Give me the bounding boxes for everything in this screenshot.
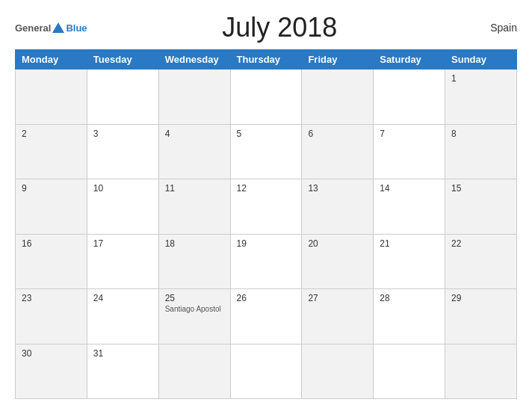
day-cell-w1-d6: 8: [445, 124, 517, 179]
day-cell-w4-d3: 26: [230, 289, 302, 344]
day-number: 15: [451, 183, 510, 194]
day-cell-w0-d0: [16, 69, 87, 125]
week-row-4: 232425Santiago Apostol26272829: [16, 289, 517, 344]
day-cell-w3-d6: 22: [445, 234, 517, 289]
week-row-3: 16171819202122: [16, 234, 517, 289]
day-number: 30: [22, 348, 81, 359]
day-cell-w5-d1: 31: [87, 344, 158, 399]
header: General Blue July 2018 Spain: [15, 12, 517, 43]
header-saturday: Saturday: [374, 50, 445, 69]
country-label: Spain: [472, 22, 517, 34]
day-cell-w1-d0: 2: [16, 124, 87, 179]
day-number: 17: [93, 238, 152, 249]
header-friday: Friday: [302, 50, 374, 69]
day-number: 1: [451, 73, 510, 84]
day-cell-w4-d2: 25Santiago Apostol: [158, 289, 230, 344]
day-cell-w2-d3: 12: [230, 179, 302, 235]
day-number: 20: [308, 238, 367, 249]
day-number: 19: [237, 238, 296, 249]
day-number: 23: [22, 293, 81, 303]
day-cell-w4-d6: 29: [445, 289, 517, 344]
day-number: 26: [237, 293, 296, 303]
week-row-5: 3031: [16, 344, 517, 399]
day-number: 2: [22, 129, 81, 139]
day-number: 27: [308, 293, 367, 303]
day-cell-w0-d4: [302, 69, 374, 125]
day-number: 16: [22, 238, 81, 249]
day-event: Santiago Apostol: [165, 305, 221, 313]
day-number: 3: [93, 129, 152, 139]
day-number: 13: [308, 183, 367, 194]
week-row-2: 9101112131415: [16, 179, 517, 235]
day-cell-w0-d3: [230, 69, 302, 125]
header-tuesday: Tuesday: [87, 50, 158, 69]
day-cell-w5-d4: [302, 344, 374, 399]
day-number: 11: [165, 183, 224, 194]
day-cell-w3-d5: 21: [374, 234, 445, 289]
day-number: 8: [451, 129, 510, 139]
day-cell-w5-d6: [445, 344, 517, 399]
day-cell-w2-d4: 13: [302, 179, 374, 235]
logo: General Blue: [15, 22, 87, 34]
header-thursday: Thursday: [230, 50, 302, 69]
header-sunday: Sunday: [445, 50, 517, 69]
day-number: 9: [22, 183, 81, 194]
day-cell-w2-d6: 15: [445, 179, 517, 235]
logo-blue-text: Blue: [66, 22, 87, 34]
day-number: 29: [451, 293, 510, 303]
day-cell-w2-d0: 9: [16, 179, 87, 235]
day-cell-w5-d3: [230, 344, 302, 399]
calendar-table: Monday Tuesday Wednesday Thursday Friday…: [15, 49, 517, 399]
day-cell-w0-d5: [374, 69, 445, 125]
weekday-header-row: Monday Tuesday Wednesday Thursday Friday…: [16, 50, 517, 69]
calendar-title: July 2018: [87, 12, 472, 43]
day-cell-w4-d4: 27: [302, 289, 374, 344]
day-cell-w4-d1: 24: [87, 289, 158, 344]
day-number: 22: [451, 238, 510, 249]
day-cell-w3-d1: 17: [87, 234, 158, 289]
day-cell-w3-d2: 18: [158, 234, 230, 289]
day-cell-w1-d5: 7: [374, 124, 445, 179]
day-cell-w5-d5: [374, 344, 445, 399]
day-number: 10: [93, 183, 152, 194]
day-number: 21: [380, 238, 439, 249]
day-cell-w2-d1: 10: [87, 179, 158, 235]
day-cell-w2-d2: 11: [158, 179, 230, 235]
day-number: 25: [165, 293, 224, 303]
day-number: 7: [380, 129, 439, 139]
header-monday: Monday: [16, 50, 87, 69]
day-cell-w3-d0: 16: [16, 234, 87, 289]
week-row-1: 2345678: [16, 124, 517, 179]
day-cell-w1-d2: 4: [158, 124, 230, 179]
header-wednesday: Wednesday: [158, 50, 230, 69]
day-number: 31: [93, 348, 152, 359]
day-cell-w3-d4: 20: [302, 234, 374, 289]
week-row-0: 1: [16, 69, 517, 125]
day-number: 4: [165, 129, 224, 139]
day-number: 12: [237, 183, 296, 194]
day-cell-w2-d5: 14: [374, 179, 445, 235]
day-number: 6: [308, 129, 367, 139]
day-cell-w3-d3: 19: [230, 234, 302, 289]
calendar-page: General Blue July 2018 Spain Monday Tues…: [0, 0, 532, 411]
day-cell-w4-d5: 28: [374, 289, 445, 344]
day-cell-w4-d0: 23: [16, 289, 87, 344]
day-cell-w0-d6: 1: [445, 69, 517, 125]
logo-general-text: General: [15, 22, 51, 34]
day-cell-w0-d2: [158, 69, 230, 125]
day-number: 24: [93, 293, 152, 303]
day-number: 5: [237, 129, 296, 139]
day-number: 28: [380, 293, 439, 303]
day-cell-w1-d4: 6: [302, 124, 374, 179]
day-cell-w5-d2: [158, 344, 230, 399]
logo-triangle-icon: [52, 22, 64, 33]
day-cell-w1-d3: 5: [230, 124, 302, 179]
day-number: 18: [165, 238, 224, 249]
day-cell-w0-d1: [87, 69, 158, 125]
day-number: 14: [380, 183, 439, 194]
day-cell-w1-d1: 3: [87, 124, 158, 179]
day-cell-w5-d0: 30: [16, 344, 87, 399]
